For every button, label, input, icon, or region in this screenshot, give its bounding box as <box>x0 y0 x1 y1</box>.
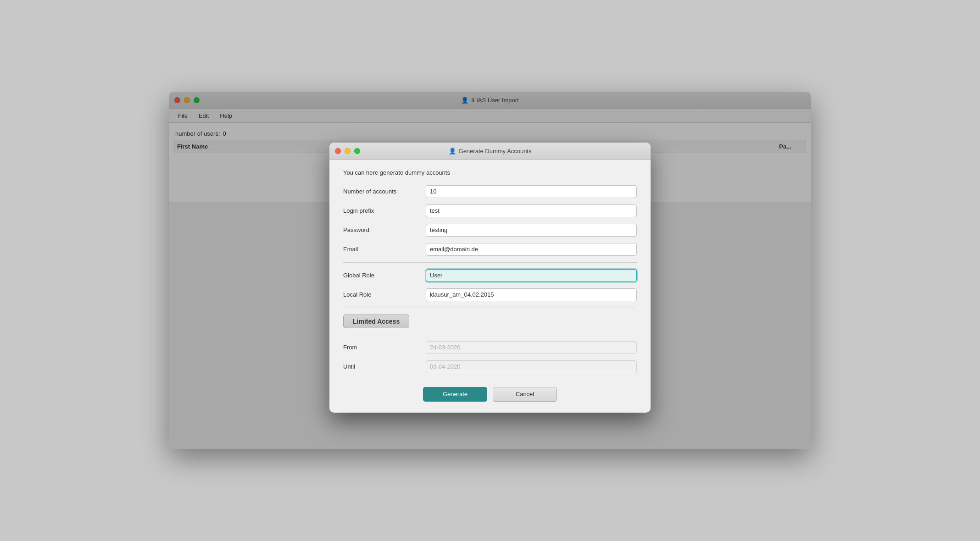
login-prefix-input[interactable] <box>426 204 637 217</box>
local-role-input[interactable] <box>426 288 637 301</box>
email-row: Email <box>343 243 637 256</box>
from-row: From <box>343 341 637 354</box>
global-role-input[interactable] <box>426 269 637 282</box>
password-row: Password <box>343 224 637 237</box>
global-role-label: Global Role <box>343 272 426 279</box>
global-role-row: Global Role <box>343 269 637 282</box>
dialog-maximize-button[interactable] <box>354 148 360 154</box>
email-label: Email <box>343 246 426 253</box>
dialog-close-button[interactable] <box>335 148 341 154</box>
dialog-title-text: Generate Dummy Accounts <box>459 148 532 155</box>
divider-2 <box>343 308 637 308</box>
password-label: Password <box>343 226 426 233</box>
local-role-row: Local Role <box>343 288 637 301</box>
limited-access-button[interactable]: Limited Access <box>343 315 409 328</box>
number-of-accounts-label: Number of accounts <box>343 188 426 195</box>
cancel-button[interactable]: Cancel <box>493 387 557 402</box>
until-label: Until <box>343 363 426 370</box>
dialog-title-bar: Generate Dummy Accounts <box>329 143 651 160</box>
dialog-description: You can here generate dummy accounts <box>343 169 637 176</box>
until-row: Until <box>343 360 637 373</box>
local-role-label: Local Role <box>343 291 426 298</box>
login-prefix-row: Login prefix <box>343 204 637 217</box>
modal-overlay: Generate Dummy Accounts You can here gen… <box>169 92 811 449</box>
from-label: From <box>343 344 426 351</box>
email-input[interactable] <box>426 243 637 256</box>
generate-dialog: Generate Dummy Accounts You can here gen… <box>329 143 651 413</box>
login-prefix-label: Login prefix <box>343 207 426 214</box>
limited-access-section: Limited Access <box>343 315 637 335</box>
until-input[interactable] <box>426 360 637 373</box>
dialog-title-icon <box>449 148 456 155</box>
main-window: ILIAS User Import File Edit Help number … <box>169 92 811 449</box>
password-input[interactable] <box>426 224 637 237</box>
divider-1 <box>343 262 637 263</box>
dialog-body: You can here generate dummy accounts Num… <box>329 160 651 413</box>
dialog-title: Generate Dummy Accounts <box>449 148 532 155</box>
number-of-accounts-row: Number of accounts <box>343 185 637 198</box>
from-input[interactable] <box>426 341 637 354</box>
dialog-minimize-button[interactable] <box>345 148 351 154</box>
generate-button[interactable]: Generate <box>423 387 487 402</box>
dialog-traffic-lights <box>335 148 360 154</box>
dialog-actions: Generate Cancel <box>343 382 637 402</box>
number-of-accounts-input[interactable] <box>426 185 637 198</box>
